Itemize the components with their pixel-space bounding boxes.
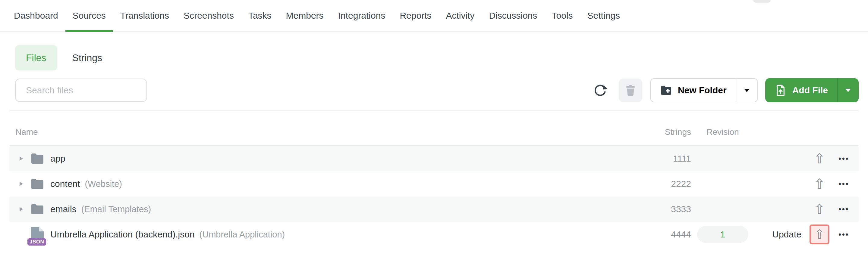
delete-button[interactable] <box>619 78 642 102</box>
toolbar-actions: New Folder Add File <box>592 78 859 102</box>
table-row-folder-emails[interactable]: emails (Email Templates) 3333 ⇧ ••• <box>9 196 859 222</box>
upload-icon[interactable]: ⇧ <box>814 177 826 191</box>
update-link[interactable]: Update <box>772 229 801 239</box>
add-file-split-button: Add File <box>765 78 859 102</box>
refresh-button[interactable] <box>592 82 608 98</box>
upload-icon[interactable]: ⇧ <box>814 202 826 216</box>
folder-name[interactable]: content <box>50 179 80 189</box>
nav-tab-reports[interactable]: Reports <box>393 0 438 31</box>
top-navigation: Dashboard Sources Translations Screensho… <box>0 0 868 32</box>
view-switch: Files Strings <box>9 45 859 70</box>
files-table: Name Strings Revision app 1111 ⇧ ••• <box>9 111 859 247</box>
new-folder-dropdown-button[interactable] <box>736 79 757 102</box>
table-header: Name Strings Revision <box>9 111 859 146</box>
nav-tab-discussions[interactable]: Discussions <box>482 0 544 31</box>
json-file-icon: JSON <box>30 227 44 243</box>
file-type-badge: JSON <box>27 238 46 246</box>
strings-count: 2222 <box>640 179 691 189</box>
folder-icon <box>30 153 44 164</box>
chevron-down-icon <box>845 89 851 92</box>
chevron-down-icon <box>744 89 749 92</box>
expand-caret-icon[interactable] <box>20 156 23 161</box>
strings-count: 3333 <box>640 204 691 214</box>
folder-annotation: (Website) <box>85 179 122 189</box>
tab-strings[interactable]: Strings <box>72 52 102 64</box>
nav-tab-dashboard[interactable]: Dashboard <box>7 0 65 31</box>
search-input[interactable] <box>15 78 147 102</box>
column-header-name[interactable]: Name <box>13 127 640 137</box>
tab-files[interactable]: Files <box>15 45 57 70</box>
nav-tab-activity[interactable]: Activity <box>438 0 482 31</box>
add-file-label: Add File <box>792 85 828 96</box>
trash-icon <box>624 84 637 97</box>
upload-highlight-box: ⇧ <box>809 224 830 244</box>
nav-tab-settings[interactable]: Settings <box>580 0 627 31</box>
nav-tab-members[interactable]: Members <box>279 0 331 31</box>
table-row-folder-content[interactable]: content (Website) 2222 ⇧ ••• <box>9 171 859 196</box>
nav-tab-sources[interactable]: Sources <box>65 0 113 31</box>
revision-badge[interactable]: 1 <box>697 226 748 243</box>
more-menu-icon[interactable]: ••• <box>838 205 849 214</box>
file-add-icon <box>774 84 787 97</box>
folder-icon <box>30 178 44 190</box>
folder-name[interactable]: emails <box>50 204 76 214</box>
folder-annotation: (Email Templates) <box>82 204 151 214</box>
nav-tab-tasks[interactable]: Tasks <box>241 0 279 31</box>
expand-caret-icon[interactable] <box>20 207 23 211</box>
expand-caret-icon[interactable] <box>20 182 23 186</box>
files-toolbar: New Folder Add File <box>9 78 859 102</box>
upload-icon[interactable]: ⇧ <box>814 152 826 166</box>
table-row-folder-app[interactable]: app 1111 ⇧ ••• <box>9 146 859 171</box>
cut-off-top-element <box>753 0 771 3</box>
upload-icon[interactable]: ⇧ <box>814 228 825 241</box>
nav-tab-translations[interactable]: Translations <box>113 0 176 31</box>
add-file-dropdown-button[interactable] <box>837 78 859 102</box>
strings-count: 1111 <box>640 153 691 164</box>
column-header-revision[interactable]: Revision <box>691 127 754 137</box>
more-menu-icon[interactable]: ••• <box>838 230 849 239</box>
nav-tab-tools[interactable]: Tools <box>545 0 580 31</box>
more-menu-icon[interactable]: ••• <box>838 180 849 188</box>
refresh-icon <box>593 83 607 97</box>
folder-name[interactable]: app <box>50 153 65 164</box>
folder-icon <box>30 204 44 215</box>
folder-plus-icon <box>660 84 673 97</box>
new-folder-split-button: New Folder <box>650 78 758 102</box>
add-file-button[interactable]: Add File <box>765 78 837 102</box>
nav-tab-screenshots[interactable]: Screenshots <box>176 0 241 31</box>
nav-tab-integrations[interactable]: Integrations <box>331 0 393 31</box>
file-name[interactable]: Umbrella Application (backend).json <box>50 229 195 240</box>
strings-count: 4444 <box>640 229 691 240</box>
table-row-file-umbrella-json[interactable]: JSON Umbrella Application (backend).json… <box>9 222 859 247</box>
new-folder-label: New Folder <box>678 85 727 96</box>
more-menu-icon[interactable]: ••• <box>838 154 849 163</box>
column-header-strings[interactable]: Strings <box>640 127 691 137</box>
file-annotation: (Umbrella Application) <box>199 230 285 240</box>
new-folder-button[interactable]: New Folder <box>651 79 736 102</box>
